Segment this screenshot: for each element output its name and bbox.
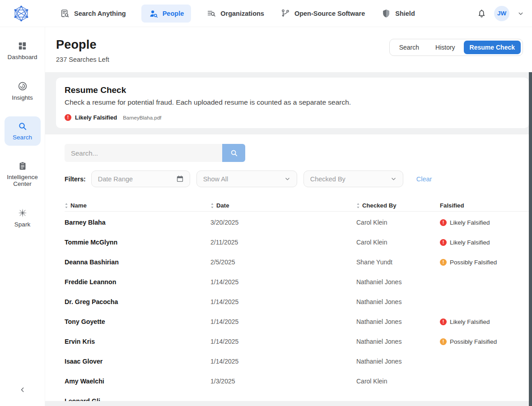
sidebar-item-label: Search [13, 134, 32, 141]
topnav-item-label: Organizations [220, 10, 264, 17]
column-header-checked-by[interactable]: Checked By [356, 202, 440, 209]
topnav-item-people[interactable]: People [141, 5, 191, 23]
table-row[interactable]: Tony Goyette1/14/2025Nathaniel Jones!Lik… [65, 312, 532, 332]
chevron-down-icon [390, 175, 397, 183]
chevron-left-icon [18, 385, 27, 394]
alert-circle-icon: ! [440, 239, 447, 246]
table-row[interactable]: Isaac Glover1/14/2025Nathaniel Jones [65, 351, 532, 371]
top-navigation: Search AnythingPeopleOrganizationsOpen-S… [0, 0, 532, 27]
row-date: 3/20/2025 [210, 219, 356, 226]
mode-tab-group: SearchHistoryResume Check [389, 39, 523, 56]
row-date: 1/14/2025 [210, 318, 356, 325]
topnav-item-label: Shield [395, 10, 415, 17]
column-header-name[interactable]: Name [65, 202, 210, 209]
checked-by-value: Checked By [310, 175, 345, 183]
table-row[interactable]: Amy Waelchi1/3/2025Carol Klein [65, 371, 532, 391]
row-checked-by: Shane Yundt [356, 258, 440, 266]
date-range-filter[interactable]: Date Range [91, 171, 190, 187]
sidebar-item-spark[interactable]: Spark [5, 203, 41, 233]
search-bar [65, 144, 245, 162]
sidebar-item-dashboard[interactable]: Dashboard [5, 36, 41, 65]
row-falsified-status: !Possibly Falsified [440, 259, 532, 266]
filters-label: Filters: [65, 175, 86, 183]
sidebar-item-label: Spark [14, 221, 30, 228]
topnav-item-shield[interactable]: Shield [380, 5, 416, 23]
list-search-icon [206, 9, 216, 18]
falsified-label: Likely Falsified [450, 239, 490, 246]
sort-icon [356, 203, 360, 208]
account-chevron-down-icon[interactable] [517, 9, 525, 18]
resume-check-title: Resume Check [65, 85, 520, 95]
column-header-falsified: Falsified [440, 202, 527, 209]
app-logo[interactable] [12, 5, 30, 23]
topnav-item-label: People [163, 10, 184, 17]
row-date: 1/3/2025 [210, 378, 356, 385]
topnav-item-organizations[interactable]: Organizations [205, 5, 265, 23]
dashboard-grid-icon [17, 41, 28, 51]
column-header-label: Date [216, 202, 229, 209]
row-date: 2/5/2025 [210, 258, 356, 266]
table-rows: Barney Blaha3/20/2025Carol Klein!Likely … [65, 212, 532, 401]
row-checked-by: Nathaniel Jones [356, 298, 440, 305]
search-button[interactable] [222, 144, 245, 162]
topnav-item-label: Search Anything [74, 10, 126, 17]
table-row[interactable]: Deanna Bashirian2/5/2025Shane Yundt!Poss… [65, 252, 532, 272]
notifications-bell-icon[interactable] [476, 8, 487, 18]
table-row[interactable]: Barney Blaha3/20/2025Carol Klein!Likely … [65, 212, 532, 232]
column-header-label: Name [70, 202, 87, 209]
table-row[interactable]: Ervin Kris1/14/2025Nathaniel Jones!Possi… [65, 332, 532, 351]
table-row[interactable]: Leonard Gli [65, 391, 532, 401]
sidebar-item-intelligence-center[interactable]: Intelligence Center [5, 157, 41, 192]
falsified-label: Possibly Falsified [450, 338, 497, 345]
table-row[interactable]: Freddie Leannon1/14/2025Nathaniel Jones [65, 272, 532, 292]
show-all-select[interactable]: Show All [196, 171, 297, 187]
table-row[interactable]: Dr. Greg Pacocha1/14/2025Nathaniel Jones [65, 292, 532, 312]
row-falsified-status: !Likely Falsified [440, 318, 532, 325]
sidebar-item-insights[interactable]: Insights [5, 76, 41, 106]
table-header: NameDateChecked ByFalsified [65, 200, 532, 212]
resume-result-label: Likely Falsified [75, 114, 117, 121]
user-avatar[interactable]: JW [494, 6, 509, 21]
tab-history[interactable]: History [428, 41, 463, 54]
search-input[interactable] [65, 144, 222, 162]
shield-icon [381, 9, 391, 18]
clipboard-icon [18, 161, 28, 171]
polyhedron-logo-icon [12, 5, 30, 23]
falsified-label: Possibly Falsified [450, 259, 497, 266]
topnav-item-open-source-software[interactable]: Open-Source Software [280, 5, 366, 23]
clear-filters-link[interactable]: Clear [416, 175, 432, 183]
topnav-item-search-anything[interactable]: Search Anything [59, 5, 127, 23]
page-header: People 237 Searches Left SearchHistoryRe… [45, 27, 532, 72]
row-falsified-status: !Possibly Falsified [440, 338, 532, 345]
resume-check-result: ! Likely Falsified BarneyBlaha.pdf [65, 114, 520, 121]
tab-search[interactable]: Search [392, 41, 427, 54]
row-date: 1/14/2025 [210, 358, 356, 365]
row-name: Freddie Leannon [65, 278, 210, 286]
row-checked-by: Carol Klein [356, 378, 440, 385]
vertical-scrollbar-thumb[interactable] [529, 72, 532, 406]
row-name: Ervin Kris [65, 338, 210, 345]
checked-by-select[interactable]: Checked By [303, 171, 403, 187]
sidebar-item-label: Dashboard [7, 54, 37, 61]
falsified-label: Likely Falsified [450, 318, 490, 325]
row-name: Deanna Bashirian [65, 258, 210, 266]
table-row[interactable]: Tommie McGlynn2/11/2025Carol Klein!Likel… [65, 232, 532, 252]
row-checked-by: Carol Klein [356, 219, 440, 226]
row-date: 1/14/2025 [210, 338, 356, 345]
document-search-icon [60, 9, 70, 18]
falsified-label: Likely Falsified [450, 219, 490, 226]
magnifier-icon [17, 121, 28, 131]
date-range-placeholder: Date Range [98, 175, 133, 183]
main-content: People 237 Searches Left SearchHistoryRe… [45, 27, 532, 406]
sidebar-item-label: Intelligence Center [5, 174, 41, 188]
row-name: Tony Goyette [65, 318, 210, 325]
row-checked-by: Carol Klein [356, 239, 440, 246]
tab-resume-check[interactable]: Resume Check [464, 41, 521, 54]
row-name: Barney Blaha [65, 219, 210, 226]
row-checked-by: Nathaniel Jones [356, 358, 440, 365]
sidebar-collapse-button[interactable] [0, 385, 45, 394]
alert-circle-icon: ! [440, 219, 447, 226]
column-header-date[interactable]: Date [210, 202, 356, 209]
sidebar-item-search[interactable]: Search [5, 116, 41, 146]
row-falsified-status: !Likely Falsified [440, 219, 532, 226]
